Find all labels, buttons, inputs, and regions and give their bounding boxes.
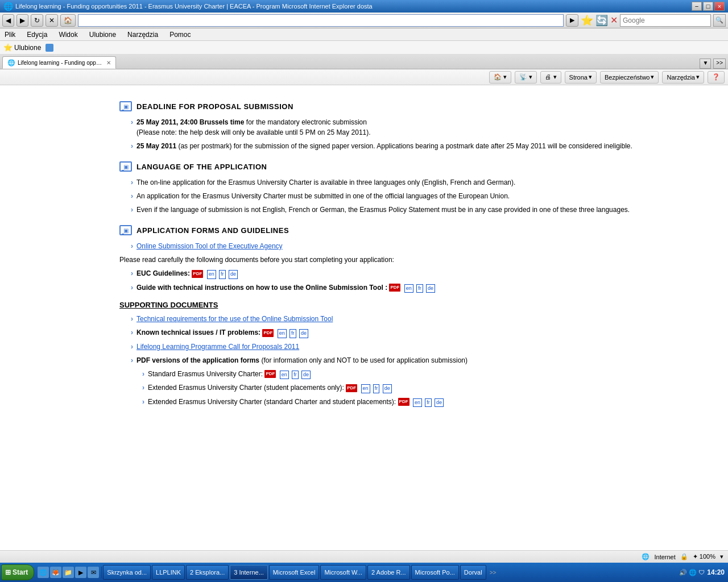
language-text-1: The on-line application for the Erasmus … (136, 178, 515, 186)
menu-bar: Plik Edycja Widok Ulubione Narzędzia Pom… (0, 28, 728, 41)
internet-zone-icon: 🌐 (642, 553, 650, 560)
deadline-date-1: 25 May 2011, 24:00 Brussels time (136, 118, 244, 126)
page-toolbar: 🏠 ▾ 📡 ▾ 🖨 ▾ Strona ▾ Bezpieczeństwo ▾ Na… (0, 69, 728, 85)
appforms-section-icon (119, 225, 132, 235)
search-input[interactable] (620, 14, 711, 27)
rss-btn[interactable]: 📡 ▾ (515, 71, 537, 84)
tech-lang-fr[interactable]: fr (289, 329, 296, 338)
language-item-1: The on-line application for the Erasmus … (131, 177, 717, 188)
language-section-title: LANGUAGE OF THE APPLICATION (136, 163, 267, 171)
standard-euc-lang-de[interactable]: de (301, 371, 311, 380)
active-tab-label: Lifelong learning - Funding opportunitie… (18, 60, 104, 66)
menu-widok[interactable]: Widok (56, 30, 80, 39)
new-tab-button[interactable]: ▼ (700, 59, 711, 69)
tab-nav-button[interactable]: >> (713, 59, 726, 69)
ext-standard-lang-de[interactable]: de (435, 398, 444, 408)
tech-lang-de[interactable]: de (299, 329, 308, 338)
submission-tool-link-item: Online Submission Tool of the Executive … (131, 241, 717, 251)
zoom-dropdown[interactable]: ▾ (720, 553, 723, 560)
security-icon: 🔒 (680, 553, 688, 560)
known-tech-issues-label: Known technical issues / IT problems: (136, 329, 260, 336)
minimize-button[interactable]: − (692, 2, 702, 11)
star-icon: ⭐ (3, 43, 13, 52)
address-bar[interactable]: http://eacea.ec.europa.eu/llp/funding/20… (78, 14, 564, 27)
ext-standard-lang-fr[interactable]: fr (425, 398, 432, 408)
close-button[interactable]: × (714, 2, 725, 11)
home-icon-btn[interactable]: 🏠 ▾ (489, 71, 511, 84)
tech-requirements-link-item: Technical requirements for the use of th… (131, 314, 717, 324)
menu-plik[interactable]: Plik (2, 30, 18, 39)
home-button[interactable]: 🏠 (60, 14, 76, 27)
extended-euc-placement-label: Extended Erasmus University Charter (stu… (148, 384, 344, 392)
maximize-button[interactable]: □ (703, 2, 713, 11)
standard-euc-item: Standard Erasmus University Charter: PDF… (142, 369, 717, 380)
print-btn[interactable]: 🖨 ▾ (540, 71, 561, 84)
euc-lang-en[interactable]: en (207, 270, 216, 279)
supporting-docs-title: SUPPORTING DOCUMENTS (119, 301, 717, 309)
guide-pdf-icon: PDF (389, 284, 402, 292)
euc-guidelines-item: EUC Guidelines: PDF en fr de (131, 268, 717, 279)
back-button[interactable]: ◀ (2, 14, 14, 27)
forward-button[interactable]: ▶ (16, 14, 28, 27)
euc-guidelines-label: EUC Guidelines: (136, 269, 190, 277)
navigation-toolbar: ◀ ▶ ↻ ✕ 🏠 http://eacea.ec.europa.eu/llp/… (0, 13, 728, 28)
language-section-icon (119, 161, 132, 172)
known-tech-issues-item: Known technical issues / IT problems: PD… (131, 327, 717, 338)
menu-narzedzia[interactable]: Narzędzia (125, 30, 160, 39)
pdf-versions-item: PDF versions of the application forms (f… (131, 355, 717, 365)
deadline-section-icon (119, 101, 132, 111)
language-text-3: Even if the language of submission is no… (136, 206, 630, 214)
search-button[interactable]: 🔍 (713, 14, 726, 27)
standard-euc-lang-fr[interactable]: fr (292, 371, 299, 380)
ext-placement-lang-en[interactable]: en (361, 384, 370, 393)
extended-euc-placement-item: Extended Erasmus University Charter (stu… (142, 383, 717, 393)
guide-lang-de[interactable]: de (426, 284, 435, 293)
deadline-section-title: DEADLINE FOR PROPOSAL SUBMISSION (136, 102, 293, 111)
appforms-section-heading: APPLICATION FORMS AND GUIDELINES (119, 225, 717, 235)
menu-pomoc[interactable]: Pomoc (167, 30, 193, 39)
appforms-section-title: APPLICATION FORMS AND GUIDELINES (136, 226, 289, 235)
favorites-button[interactable]: ⭐ Ulubione (3, 43, 41, 52)
ext-placement-lang-fr[interactable]: fr (373, 384, 380, 393)
euc-pdf-icon: PDF (192, 270, 204, 278)
deadline-section-heading: DEADLINE FOR PROPOSAL SUBMISSION (119, 101, 717, 111)
guide-tech-label: Guide with technical instructions on how… (136, 284, 387, 292)
add-favorite-icon[interactable]: ⭐ (581, 14, 593, 27)
help-btn[interactable]: ❓ (708, 71, 725, 84)
stop-button[interactable]: ✕ (46, 14, 58, 27)
guide-lang-fr[interactable]: fr (416, 284, 423, 293)
euc-lang-fr[interactable]: fr (219, 270, 226, 279)
refresh-icon[interactable]: 🔄 (595, 14, 608, 27)
standard-euc-pdf-icon: PDF (264, 370, 277, 378)
standard-euc-lang-en[interactable]: en (280, 371, 289, 380)
extended-euc-standard-item: Extended Erasmus University Charter (sta… (142, 397, 717, 408)
tools-btn[interactable]: Narzędzia ▾ (662, 71, 704, 84)
euc-lang-de[interactable]: de (229, 270, 238, 279)
guide-lang-en[interactable]: en (404, 284, 413, 293)
menu-edycja[interactable]: Edycja (24, 30, 49, 39)
ext-placement-lang-de[interactable]: de (383, 384, 392, 393)
llp-call-link[interactable]: Lifelong Learning Programme Call for Pro… (136, 343, 299, 351)
ext-standard-lang-en[interactable]: en (413, 398, 422, 408)
title-bar: 🌐 Lifelong learning - Funding opportunit… (0, 0, 728, 13)
zoom-level: ✦ 100% (693, 553, 715, 560)
favorite-llp[interactable] (46, 44, 53, 52)
pdf-versions-note: (for information only and NOT to be used… (261, 356, 468, 364)
submission-tool-link[interactable]: Online Submission Tool of the Executive … (136, 242, 283, 250)
extended-euc-standard-pdf-icon: PDF (398, 398, 411, 406)
active-tab[interactable]: 🌐 Lifelong learning - Funding opportunit… (2, 56, 116, 69)
tech-requirements-link[interactable]: Technical requirements for the use of th… (136, 315, 333, 323)
language-text-2: An application for the Erasmus Universit… (136, 192, 510, 200)
go-button[interactable]: ▶ (566, 14, 578, 27)
menu-ulubione[interactable]: Ulubione (87, 30, 118, 39)
language-item-2: An application for the Erasmus Universit… (131, 191, 717, 201)
favorites-label: Ulubione (14, 44, 41, 52)
tech-lang-en[interactable]: en (278, 329, 287, 338)
tab-close-icon[interactable]: ✕ (106, 60, 111, 66)
page-btn[interactable]: Strona ▾ (565, 71, 597, 84)
security-btn[interactable]: Bezpieczeństwo ▾ (600, 71, 659, 84)
refresh-button[interactable]: ↻ (31, 14, 43, 27)
main-content: DEADLINE FOR PROPOSAL SUBMISSION 25 May … (0, 85, 728, 563)
guide-tech-item: Guide with technical instructions on how… (131, 282, 717, 293)
stop-icon[interactable]: ✕ (610, 15, 618, 26)
